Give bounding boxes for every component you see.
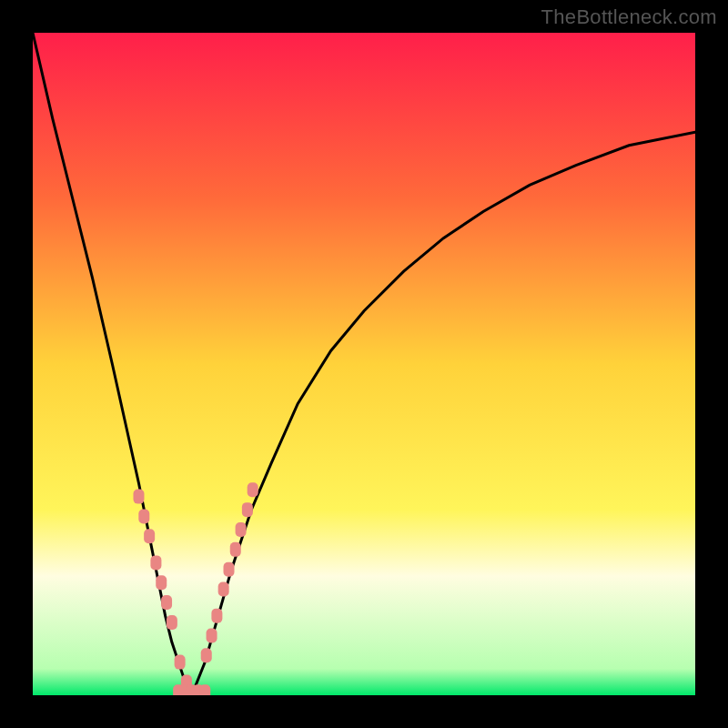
marker xyxy=(138,509,149,523)
marker xyxy=(248,482,258,497)
marker xyxy=(201,648,212,662)
marker xyxy=(230,542,241,557)
marker xyxy=(175,655,186,670)
marker xyxy=(236,522,247,537)
gradient-background xyxy=(33,33,695,695)
marker xyxy=(211,609,222,623)
marker xyxy=(199,684,210,695)
marker xyxy=(207,628,217,642)
plot-area xyxy=(33,33,695,695)
marker xyxy=(242,502,253,517)
marker xyxy=(218,582,229,597)
marker xyxy=(133,490,144,504)
marker xyxy=(161,595,172,610)
marker xyxy=(144,529,155,543)
marker xyxy=(223,562,234,577)
chart-frame: TheBottleneck.com xyxy=(0,0,728,728)
marker xyxy=(156,575,167,590)
marker xyxy=(167,615,177,630)
chart-svg xyxy=(33,33,695,695)
watermark-text: TheBottleneck.com xyxy=(541,5,717,29)
marker xyxy=(150,555,161,570)
